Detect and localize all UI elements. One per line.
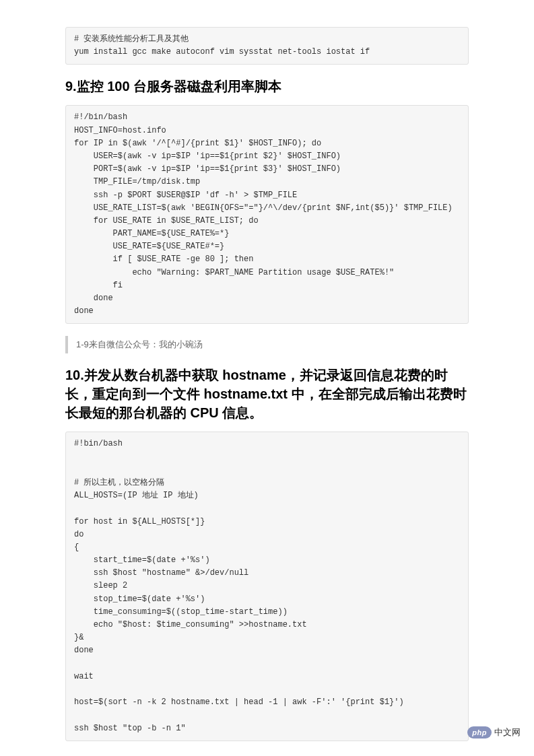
php-badge-icon: php: [467, 726, 492, 738]
footer-logo: php 中文网: [467, 726, 521, 738]
code-block-disk-monitor: #!/bin/bash HOST_INFO=host.info for IP i…: [65, 105, 469, 324]
heading-section-10: 10.并发从数台机器中获取 hostname，并记录返回信息花费的时长，重定向到…: [65, 366, 469, 422]
code-block-install: # 安装系统性能分析工具及其他 yum install gcc make aut…: [65, 27, 469, 65]
footer-text: 中文网: [494, 726, 521, 738]
quote-attribution: 1-9来自微信公众号：我的小碗汤: [65, 336, 469, 353]
code-block-hostname: #!bin/bash # 所以主机，以空格分隔 ALL_HOSTS=(IP 地址…: [65, 432, 469, 741]
heading-section-9: 9.监控 100 台服务器磁盘利用率脚本: [65, 77, 469, 96]
